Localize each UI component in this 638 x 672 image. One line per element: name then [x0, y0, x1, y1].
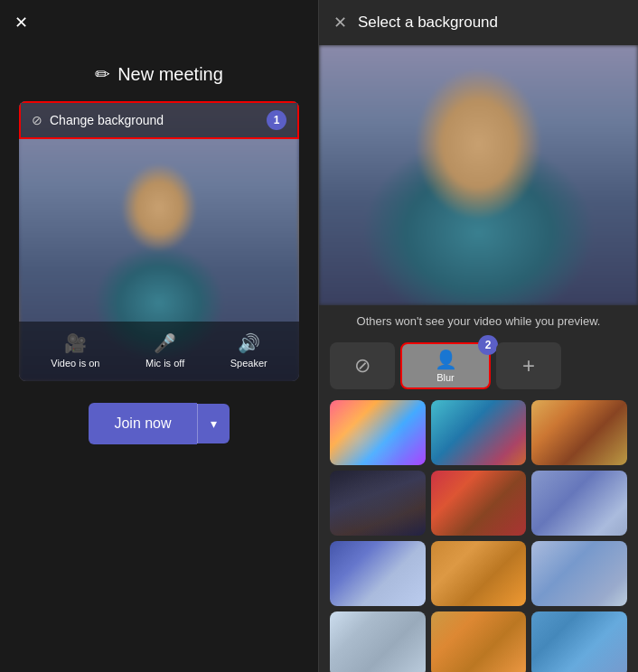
step-badge-1: 1	[267, 110, 286, 130]
blur-label: Blur	[436, 372, 455, 383]
pencil-icon: ✏	[95, 63, 110, 85]
video-control[interactable]: 🎥 Video is on	[51, 332, 99, 369]
video-preview-container: ⊘ Change background 1 🎥 Video is on 🎤 Mi…	[19, 101, 299, 381]
bg-option-blur[interactable]: 👤 Blur 2	[400, 342, 491, 389]
left-panel: ✕ ✏ New meeting ⊘ Change background 1 🎥 …	[0, 0, 318, 672]
bg-thumbnail-11[interactable]	[431, 611, 527, 672]
bg-thumbnail-9[interactable]	[531, 541, 627, 606]
bg-thumbnail-1[interactable]	[330, 400, 426, 465]
bg-thumbnail-4[interactable]	[330, 471, 426, 536]
bg-option-add[interactable]: +	[496, 342, 561, 389]
change-bg-label: Change background	[50, 113, 259, 127]
background-grid	[319, 397, 638, 672]
close-right-button[interactable]: ✕	[333, 13, 347, 33]
mic-control[interactable]: 🎤 Mic is off	[145, 332, 184, 369]
video-icon: 🎥	[64, 332, 87, 354]
close-left-button[interactable]: ✕	[14, 13, 28, 33]
video-preview-right	[319, 45, 638, 305]
join-section: Join now ▾	[89, 403, 229, 444]
blur-person-icon: 👤	[435, 349, 457, 370]
person-silhouette-right	[319, 45, 638, 305]
change-bg-icon: ⊘	[32, 113, 42, 127]
bg-thumbnail-8[interactable]	[431, 541, 527, 606]
join-dropdown-button[interactable]: ▾	[197, 404, 230, 443]
bg-thumbnail-2[interactable]	[431, 400, 527, 465]
right-panel: ✕ Select a background Others won't see y…	[318, 0, 638, 672]
background-options-row: ⊘ 👤 Blur 2 +	[319, 337, 638, 397]
change-background-bar[interactable]: ⊘ Change background 1	[19, 101, 299, 139]
new-meeting-title: ✏ New meeting	[95, 63, 223, 85]
bg-thumbnail-3[interactable]	[531, 400, 627, 465]
title-text: New meeting	[117, 64, 223, 85]
speaker-icon: 🔊	[238, 332, 260, 354]
bg-thumbnail-5[interactable]	[431, 471, 527, 536]
mic-icon: 🎤	[154, 332, 176, 354]
bg-option-none[interactable]: ⊘	[330, 342, 395, 389]
bg-thumbnail-12[interactable]	[531, 611, 627, 672]
none-icon: ⊘	[354, 354, 371, 378]
right-panel-title: Select a background	[358, 14, 498, 32]
bg-thumbnail-6[interactable]	[531, 471, 627, 536]
join-now-button[interactable]: Join now	[89, 403, 196, 444]
bg-thumbnail-7[interactable]	[330, 541, 426, 606]
video-label: Video is on	[51, 358, 99, 369]
speaker-label: Speaker	[230, 358, 267, 369]
preview-notice: Others won't see your video while you pr…	[319, 305, 638, 337]
controls-bar: 🎥 Video is on 🎤 Mic is off 🔊 Speaker	[19, 322, 299, 381]
bg-thumbnail-10[interactable]	[330, 611, 426, 672]
add-background-icon: +	[522, 353, 535, 378]
right-header: ✕ Select a background	[319, 0, 638, 45]
speaker-control[interactable]: 🔊 Speaker	[230, 332, 267, 369]
mic-label: Mic is off	[145, 358, 184, 369]
step-badge-2: 2	[478, 335, 498, 355]
